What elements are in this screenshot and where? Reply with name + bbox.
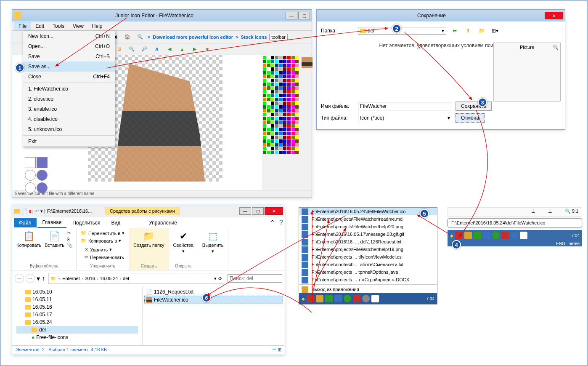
palette-color[interactable] (271, 102, 274, 105)
minimize-button[interactable]: — (286, 12, 297, 19)
palette-color[interactable] (263, 109, 266, 112)
palette-color[interactable] (287, 67, 291, 71)
qat-props-icon[interactable]: ◧ (29, 208, 33, 214)
stock-icons-link[interactable]: Stock Icons (241, 35, 267, 40)
palette-color[interactable] (295, 113, 299, 116)
tree-item[interactable]: 16.05.11 (16, 296, 138, 303)
palette-color[interactable] (279, 56, 283, 59)
palette-color[interactable] (271, 71, 274, 75)
palette-color[interactable] (287, 143, 291, 147)
color-palette[interactable] (262, 55, 300, 190)
palette-color[interactable] (287, 109, 291, 112)
nav-up-icon[interactable]: ⬆ (463, 26, 473, 36)
bc-1[interactable]: Enternet (62, 276, 80, 281)
palette-color[interactable] (275, 117, 278, 120)
palette-color[interactable] (263, 139, 266, 143)
palette-color[interactable] (283, 75, 286, 78)
palette-color[interactable] (263, 60, 266, 63)
palette-color[interactable] (271, 94, 274, 97)
zoom-out-icon[interactable]: 🔍 (127, 44, 137, 54)
palette-color[interactable] (295, 102, 299, 105)
maximize-button[interactable]: ▢ (298, 12, 310, 19)
palette-color[interactable] (267, 151, 270, 154)
palette-color[interactable] (267, 124, 270, 128)
palette-color[interactable] (287, 60, 291, 63)
palette-color[interactable] (295, 117, 299, 120)
palette-color[interactable] (287, 132, 291, 135)
palette-color[interactable] (275, 120, 278, 124)
palette-color[interactable] (271, 120, 274, 124)
zoom-in-icon[interactable]: 🔎 (139, 44, 149, 54)
menu-close[interactable]: CloseCtrl+F4 (23, 72, 115, 82)
palette-color[interactable] (283, 132, 286, 135)
menu-open[interactable]: Open...Ctrl+O (23, 41, 115, 51)
palette-color[interactable] (263, 151, 266, 154)
palette-color[interactable] (271, 86, 274, 90)
palette-color[interactable] (271, 109, 274, 112)
copy-button[interactable]: 📋Копировать (16, 230, 42, 248)
tray-icon[interactable] (492, 232, 500, 239)
palette-color[interactable] (283, 79, 286, 82)
palette-color[interactable] (291, 124, 295, 128)
select-button[interactable]: ⬚Выделить▾ (201, 230, 225, 255)
palette-color[interactable] (283, 136, 286, 139)
palette-color[interactable] (271, 64, 274, 67)
jumplist-item[interactable]: F:\Enternet\projects\FileWatcher\readme.… (299, 215, 437, 223)
palette-color[interactable] (295, 75, 299, 78)
jumplist-item[interactable]: F:\Enternet\2016\16.05.24\del\FileWatche… (299, 208, 437, 215)
palette-color[interactable] (279, 83, 283, 86)
palette-color[interactable] (283, 151, 286, 154)
palette-color[interactable] (291, 128, 295, 131)
tray-icon[interactable] (520, 232, 527, 239)
palette-color[interactable] (291, 117, 295, 120)
context-tab[interactable]: Средства работы с рисунками (105, 207, 180, 215)
swatch-ellipse-white[interactable] (25, 170, 36, 181)
tab-view[interactable]: Вид (106, 218, 125, 227)
palette-color[interactable] (291, 75, 295, 78)
palette-color[interactable] (287, 79, 291, 82)
folder-tree[interactable]: 16.05.10 16.05.11 16.05.16 16.05.17 16.0… (12, 286, 143, 345)
palette-color[interactable] (267, 64, 270, 67)
palette-color[interactable] (275, 98, 278, 101)
palette-color[interactable] (275, 147, 278, 150)
bc-4[interactable]: del (123, 276, 129, 281)
palette-color[interactable] (263, 94, 266, 97)
breadcrumb[interactable]: 📁« Enternet› 2016› 16.05.24› del ▾ ⟳ (48, 273, 224, 284)
tray-icon[interactable] (511, 232, 518, 239)
palette-color[interactable] (283, 71, 286, 75)
palette-color[interactable] (263, 143, 266, 147)
nav-back-button[interactable]: ← (15, 274, 24, 283)
palette-color[interactable] (287, 64, 291, 67)
arrow-left-icon[interactable]: ◀ (164, 44, 175, 54)
palette-color[interactable] (263, 86, 266, 90)
palette-color[interactable] (295, 94, 299, 97)
qat-undo-icon[interactable]: ↶ (35, 208, 39, 214)
palette-color[interactable] (295, 90, 299, 94)
tab-file[interactable]: Файл (14, 218, 37, 227)
palette-color[interactable] (271, 139, 274, 143)
menu-tools[interactable]: Tools (48, 22, 69, 30)
palette-color[interactable] (291, 151, 295, 154)
palette-color[interactable] (275, 113, 278, 116)
palette-color[interactable] (271, 143, 274, 147)
arrow-down-icon[interactable]: ▼ (202, 44, 212, 54)
palette-color[interactable] (283, 124, 286, 128)
palette-color[interactable] (287, 128, 291, 131)
palette-color[interactable] (291, 136, 295, 139)
palette-color[interactable] (279, 132, 283, 135)
menu-recent-3[interactable]: 3. enable.ico (23, 104, 115, 114)
palette-color[interactable] (283, 86, 286, 90)
palette-color[interactable] (283, 109, 286, 112)
jumplist-item[interactable]: F:\Enternet\projects ... tpr\nsi\Options… (299, 268, 437, 276)
properties-button[interactable]: ✔Свойства▾ (172, 230, 194, 255)
jumplist-item[interactable]: F:\Enternet\2016\16.05.17\message.03.gif… (299, 230, 437, 238)
palette-color[interactable] (287, 117, 291, 120)
file-list[interactable]: 📄1126_Request.txt FileWatcher.ico (143, 286, 285, 345)
menu-recent-2[interactable]: 2. close.ico (23, 94, 115, 104)
palette-color[interactable] (287, 83, 291, 86)
palette-color[interactable] (267, 105, 270, 109)
nav-history-icon[interactable]: ▾ (37, 275, 40, 283)
palette-color[interactable] (275, 71, 278, 75)
maximize-button[interactable]: ▢ (252, 207, 264, 215)
palette-color[interactable] (275, 128, 278, 131)
